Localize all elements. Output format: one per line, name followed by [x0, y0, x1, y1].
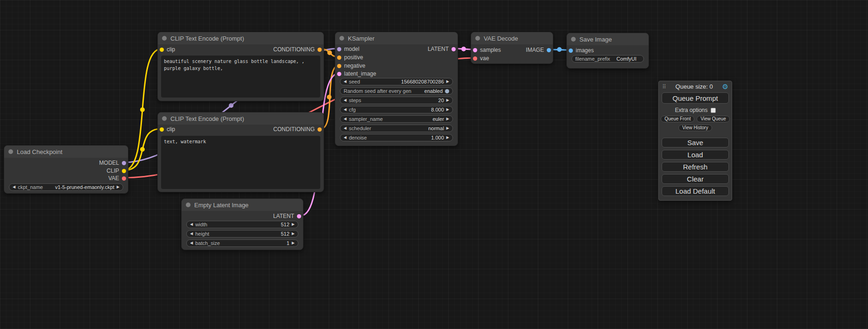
increment-arrow-icon[interactable]: ▶: [292, 223, 295, 226]
batch-size-widget[interactable]: ◀ batch_size 1 ▶: [186, 239, 298, 247]
clip-input-dot[interactable]: [160, 127, 164, 132]
settings-gear-icon[interactable]: ⚙: [722, 83, 728, 90]
model-input-dot[interactable]: [337, 47, 341, 51]
steps-widget[interactable]: ◀ steps 20 ▶: [340, 97, 453, 104]
node-graph-canvas[interactable]: Load Checkpoint MODEL CLIP VAE ◀ ckpt_na…: [0, 0, 868, 329]
drag-handle-icon[interactable]: ⠿: [662, 84, 666, 90]
images-input-dot[interactable]: [569, 49, 573, 53]
increment-arrow-icon[interactable]: ▶: [446, 108, 449, 112]
decrement-arrow-icon[interactable]: ◀: [190, 223, 193, 226]
negative-prompt-textarea[interactable]: text, watermark: [161, 136, 320, 189]
image-output-dot[interactable]: [547, 48, 551, 52]
wire-clip-to-negative-prompt: [124, 129, 161, 170]
latent-output-dot[interactable]: [297, 214, 301, 218]
increment-arrow-icon[interactable]: ▶: [117, 185, 120, 189]
ckpt-name-widget[interactable]: ◀ ckpt_name v1-5-pruned-emaonly.ckpt ▶: [9, 183, 123, 191]
increment-arrow-icon[interactable]: ▶: [446, 80, 449, 84]
node-header[interactable]: Load Checkpoint: [4, 146, 128, 158]
extra-options-checkbox[interactable]: [711, 108, 716, 113]
node-vae-decode[interactable]: VAE Decode samples IMAGE vae: [471, 32, 553, 64]
node-ksampler[interactable]: KSampler model LATENT positive negative …: [335, 32, 458, 146]
seed-widget[interactable]: ◀ seed 156680208700286 ▶: [340, 78, 453, 85]
collapse-dot-icon[interactable]: [571, 37, 576, 42]
vae-input-dot[interactable]: [473, 56, 477, 61]
node-load-checkpoint[interactable]: Load Checkpoint MODEL CLIP VAE ◀ ckpt_na…: [4, 145, 128, 194]
height-widget[interactable]: ◀ height 512 ▶: [186, 230, 298, 238]
widget-value: enabled: [424, 88, 443, 94]
sampler-name-widget[interactable]: ◀ sampler_name euler ▶: [340, 115, 453, 123]
negative-input-dot[interactable]: [337, 64, 341, 68]
widget-label: filename_prefix: [575, 56, 610, 62]
slot-row-clip-conditioning: clip CONDITIONING: [158, 46, 324, 53]
decrement-arrow-icon[interactable]: ◀: [190, 241, 193, 245]
refresh-button[interactable]: Refresh: [662, 162, 729, 172]
widget-value: 20: [438, 98, 444, 103]
node-clip-text-encode-negative[interactable]: CLIP Text Encode (Prompt) clip CONDITION…: [157, 112, 324, 192]
positive-prompt-textarea[interactable]: beautiful scenery nature glass bottle la…: [161, 56, 320, 98]
collapse-dot-icon[interactable]: [186, 203, 191, 207]
collapse-dot-icon[interactable]: [8, 149, 13, 154]
slot-label: clip: [167, 46, 175, 53]
decrement-arrow-icon[interactable]: ◀: [344, 98, 346, 102]
collapse-dot-icon[interactable]: [162, 36, 167, 41]
widget-value: 1.000: [431, 135, 444, 140]
decrement-arrow-icon[interactable]: ◀: [344, 80, 346, 84]
widget-value: 8.000: [431, 107, 444, 112]
decrement-arrow-icon[interactable]: ◀: [344, 117, 346, 121]
toggle-knob-icon[interactable]: [445, 89, 449, 93]
latent-output-dot[interactable]: [452, 47, 456, 51]
menu-top-bar: ⠿ Queue size: 0 ⚙: [659, 81, 732, 91]
load-default-button[interactable]: Load Default: [662, 186, 729, 196]
decrement-arrow-icon[interactable]: ◀: [344, 126, 346, 130]
view-queue-button[interactable]: View Queue: [697, 116, 729, 122]
queue-prompt-button[interactable]: Queue Prompt: [662, 92, 729, 104]
node-header[interactable]: Save Image: [567, 33, 649, 45]
filename-prefix-widget[interactable]: filename_prefix ComfyUI: [572, 55, 644, 63]
slot-label: LATENT: [273, 213, 294, 219]
decrement-arrow-icon[interactable]: ◀: [190, 232, 193, 236]
increment-arrow-icon[interactable]: ▶: [446, 98, 449, 102]
positive-input-dot[interactable]: [337, 56, 341, 60]
random-seed-toggle-widget[interactable]: Random seed after every gen enabled: [340, 87, 453, 95]
denoise-widget[interactable]: ◀ denoise 1.000 ▶: [340, 134, 453, 141]
collapse-dot-icon[interactable]: [475, 36, 480, 41]
node-save-image[interactable]: Save Image images filename_prefix ComfyU…: [566, 33, 649, 69]
width-widget[interactable]: ◀ width 512 ▶: [186, 221, 298, 228]
cfg-widget[interactable]: ◀ cfg 8.000 ▶: [340, 106, 453, 113]
queue-front-button[interactable]: Queue Front: [661, 116, 694, 122]
save-button[interactable]: Save: [662, 138, 729, 147]
collapse-dot-icon[interactable]: [162, 116, 167, 121]
node-header[interactable]: VAE Decode: [471, 32, 553, 44]
increment-arrow-icon[interactable]: ▶: [446, 136, 449, 140]
conditioning-output-dot[interactable]: [318, 48, 322, 52]
node-clip-text-encode-positive[interactable]: CLIP Text Encode (Prompt) clip CONDITION…: [157, 32, 324, 101]
node-header[interactable]: Empty Latent Image: [182, 199, 303, 211]
slot-label: model: [344, 46, 360, 52]
node-header[interactable]: CLIP Text Encode (Prompt): [158, 112, 324, 125]
view-history-button[interactable]: View History: [678, 125, 712, 131]
clip-input-dot[interactable]: [160, 48, 164, 52]
node-empty-latent-image[interactable]: Empty Latent Image LATENT ◀ width 512 ▶ …: [181, 198, 303, 250]
latent-image-input-dot[interactable]: [337, 72, 341, 76]
input-slot-images: images: [567, 47, 649, 54]
model-output-dot[interactable]: [122, 161, 126, 165]
increment-arrow-icon[interactable]: ▶: [292, 232, 295, 236]
clear-button[interactable]: Clear: [662, 174, 729, 184]
decrement-arrow-icon[interactable]: ◀: [344, 136, 346, 140]
scheduler-widget[interactable]: ◀ scheduler normal ▶: [340, 125, 453, 132]
decrement-arrow-icon[interactable]: ◀: [13, 185, 15, 189]
widget-label: denoise: [349, 135, 367, 140]
decrement-arrow-icon[interactable]: ◀: [344, 108, 346, 112]
increment-arrow-icon[interactable]: ▶: [446, 117, 449, 121]
clip-output-dot[interactable]: [122, 169, 126, 173]
load-button[interactable]: Load: [662, 150, 729, 160]
node-header[interactable]: CLIP Text Encode (Prompt): [158, 32, 324, 44]
node-title: Save Image: [579, 36, 612, 43]
conditioning-output-dot[interactable]: [318, 127, 322, 132]
samples-input-dot[interactable]: [473, 48, 477, 52]
node-header[interactable]: KSampler: [335, 32, 458, 44]
vae-output-dot[interactable]: [122, 176, 126, 181]
increment-arrow-icon[interactable]: ▶: [446, 126, 449, 130]
increment-arrow-icon[interactable]: ▶: [292, 241, 295, 245]
collapse-dot-icon[interactable]: [339, 36, 344, 41]
